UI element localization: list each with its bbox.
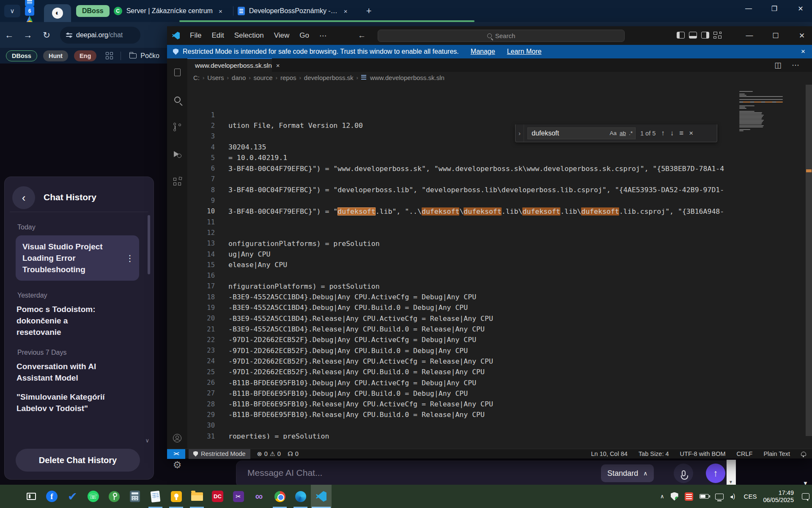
taskbar-explorer[interactable] xyxy=(187,485,207,508)
whole-word-icon[interactable]: ab xyxy=(620,130,626,136)
search-view-icon[interactable] xyxy=(167,89,187,110)
ports-indicator[interactable]: ☊0 xyxy=(288,450,299,457)
taskbar-check[interactable]: ✔ xyxy=(62,485,83,508)
panel-back-button[interactable]: ‹ xyxy=(12,186,35,209)
send-button[interactable]: ↑ xyxy=(706,464,725,483)
learn-more-link[interactable]: Learn More xyxy=(507,48,542,55)
taskbar-snip[interactable]: ✂ xyxy=(228,485,249,508)
taskbar-edge[interactable] xyxy=(290,485,311,508)
status-item[interactable]: Tab Size: 4 xyxy=(639,450,669,457)
chat-history-item[interactable]: "Simulovanie KategóriíLabelov v Todoist" xyxy=(16,391,143,414)
vscode-maximize-button[interactable]: ☐ xyxy=(765,26,786,45)
problems-indicator[interactable]: ⊗0 ⚠0 xyxy=(257,450,281,457)
vscode-minimize-button[interactable]: — xyxy=(739,26,760,45)
menu-go[interactable]: Go xyxy=(294,31,314,40)
microphone-button[interactable] xyxy=(674,464,693,483)
refresh-button[interactable]: ↻ xyxy=(37,30,56,40)
vertical-scrollbar[interactable] xyxy=(806,85,812,436)
menu-selection[interactable]: Selection xyxy=(229,31,269,40)
battery-icon[interactable] xyxy=(700,494,709,499)
site-permissions-icon[interactable] xyxy=(66,33,72,38)
editor-back-button[interactable]: ← xyxy=(352,31,372,40)
mail-icon[interactable] xyxy=(25,0,34,6)
status-item[interactable]: Ln 10, Col 84 xyxy=(591,450,628,457)
toggle-secondary-sidebar-icon[interactable] xyxy=(701,32,709,39)
minimap[interactable] xyxy=(739,90,789,132)
todoist-tray-icon[interactable] xyxy=(685,492,693,501)
breadcrumb-item[interactable]: developerboss.sk xyxy=(304,74,354,81)
menu-more[interactable]: ⋯ xyxy=(314,31,332,40)
panel-scrollbar[interactable] xyxy=(148,215,150,274)
clock[interactable]: 17:4906/05/2025 xyxy=(763,489,794,504)
banner-close-icon[interactable]: × xyxy=(801,47,805,56)
page-scrollbar[interactable]: ▼ xyxy=(727,460,736,486)
extensions-icon[interactable] xyxy=(167,171,187,192)
forward-button[interactable]: → xyxy=(19,30,37,40)
breadcrumb[interactable]: C:›Users›dano›source›repos›developerboss… xyxy=(187,72,812,83)
close-tab-icon[interactable]: × xyxy=(217,8,224,15)
address-bar[interactable]: deepai.org/chat xyxy=(60,27,140,44)
split-editor-icon[interactable]: ◫ xyxy=(774,61,782,70)
status-item[interactable]: Plain Text xyxy=(763,450,790,457)
status-item[interactable]: CRLF xyxy=(737,450,753,457)
find-input[interactable]: dufeksoft Aa ab .* xyxy=(527,127,636,139)
bookmark-eng[interactable]: Eng xyxy=(74,50,96,61)
find-close-icon[interactable]: × xyxy=(689,129,693,138)
model-selector[interactable]: Standard∧ xyxy=(601,464,654,482)
breadcrumb-item[interactable]: Users xyxy=(207,74,224,81)
kebab-menu-icon[interactable]: ⋮ xyxy=(126,253,134,263)
apps-grid-icon[interactable] xyxy=(106,52,113,59)
command-center-search[interactable]: Search xyxy=(378,30,625,42)
bookmark-hunt[interactable]: Hunt xyxy=(43,50,68,61)
taskbar-keep[interactable] xyxy=(166,485,187,508)
taskbar-notepad[interactable] xyxy=(145,485,166,508)
active-pinned-tab-deepai[interactable]: ◐ xyxy=(44,4,71,22)
find-in-selection-icon[interactable]: ≡ xyxy=(679,129,683,138)
remote-indicator[interactable]: >< xyxy=(167,449,185,459)
find-next-icon[interactable]: ↓ xyxy=(670,129,674,138)
manage-link[interactable]: Manage xyxy=(471,48,495,55)
vscode-close-button[interactable]: ✕ xyxy=(791,26,812,45)
taskbar-start[interactable] xyxy=(0,485,21,508)
bell-icon[interactable] xyxy=(801,452,806,456)
vertical-tabs-button[interactable]: ∨ xyxy=(4,5,20,17)
taskbar-dc[interactable]: DC xyxy=(207,485,228,508)
browser-tab-docs[interactable]: DeveloperBossPoznámky - Dok × xyxy=(233,3,360,19)
action-center-icon[interactable] xyxy=(802,493,809,500)
tab-group-chip[interactable]: DBoss xyxy=(76,5,110,17)
new-tab-button[interactable]: + xyxy=(366,6,372,17)
chat-history-item[interactable]: Visual Studio ProjectLoading ErrorTroubl… xyxy=(16,235,139,281)
breadcrumb-item[interactable]: repos xyxy=(280,74,296,81)
breadcrumb-item[interactable]: dano xyxy=(232,74,246,81)
toggle-sidebar-icon[interactable] xyxy=(677,32,685,39)
toggle-panel-icon[interactable] xyxy=(689,32,697,39)
match-case-icon[interactable]: Aa xyxy=(609,130,617,136)
menu-file[interactable]: File xyxy=(185,31,206,40)
taskbar-taskview[interactable] xyxy=(21,485,41,508)
account-icon[interactable] xyxy=(167,428,187,448)
menu-edit[interactable]: Edit xyxy=(206,31,229,40)
close-editor-icon[interactable]: × xyxy=(276,62,280,69)
bookmark-dboss[interactable]: DBoss xyxy=(6,50,37,61)
more-actions-icon[interactable]: ⋯ xyxy=(792,61,799,70)
breadcrumb-item[interactable]: www.developerboss.sk.sln xyxy=(370,74,444,81)
find-previous-icon[interactable]: ↑ xyxy=(661,129,665,138)
run-debug-icon[interactable] xyxy=(167,144,187,164)
close-tab-icon[interactable]: × xyxy=(342,8,349,15)
customize-layout-icon[interactable] xyxy=(713,32,721,39)
volume-icon[interactable] xyxy=(730,493,738,500)
editor-tab-active[interactable]: www.developerboss.sk.sln × xyxy=(187,58,272,72)
taskbar-vscode[interactable] xyxy=(311,485,332,508)
network-icon[interactable] xyxy=(715,494,724,500)
browser-close-button[interactable]: ✕ xyxy=(790,0,811,17)
breadcrumb-item[interactable]: source xyxy=(254,74,273,81)
browser-restore-button[interactable]: ❐ xyxy=(764,0,785,17)
chat-history-item[interactable]: Conversation with AIAssistant Model xyxy=(16,361,143,384)
breadcrumb-item[interactable]: C: xyxy=(193,74,200,81)
taskbar-chrome[interactable] xyxy=(269,485,290,508)
status-restricted-mode[interactable]: Restricted Mode xyxy=(189,449,250,459)
tray-expand-icon[interactable]: ∧ xyxy=(660,493,664,500)
taskbar-facebook[interactable]: f xyxy=(41,485,62,508)
taskbar-keepass[interactable] xyxy=(104,485,124,508)
back-button[interactable]: ← xyxy=(0,30,19,40)
